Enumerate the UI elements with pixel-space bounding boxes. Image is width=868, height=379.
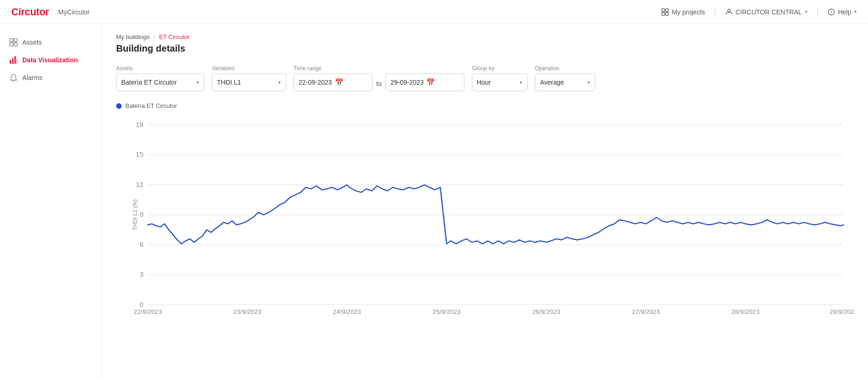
date-from-value: 22-09-2023 — [299, 79, 332, 86]
svg-text:6: 6 — [140, 241, 144, 248]
svg-rect-1 — [666, 9, 668, 12]
time-range-label: Time range — [294, 65, 464, 72]
nav-right: My projects | CIRCUTOR CENTRAL ▾ | ? Hel… — [661, 8, 857, 16]
calendar-from-icon: 📅 — [335, 78, 344, 86]
help-link[interactable]: ? Help ▾ — [828, 8, 857, 16]
nav-divider2: | — [817, 8, 819, 16]
nav-divider: | — [714, 8, 716, 16]
my-projects-link[interactable]: My projects — [661, 8, 705, 16]
svg-text:22/9/2023: 22/9/2023 — [134, 308, 162, 315]
to-label: to — [376, 80, 382, 87]
assets-select[interactable]: Batería ET Circutor ▾ — [116, 73, 204, 91]
svg-rect-12 — [12, 58, 13, 64]
operation-filter-group: Operation Average ▾ — [535, 65, 595, 91]
assets-filter-group: Assets Batería ET Circutor ▾ — [116, 65, 204, 91]
svg-text:15: 15 — [136, 151, 144, 159]
operation-value: Average — [540, 79, 564, 86]
group-by-value: Hour — [477, 79, 491, 86]
account-chevron: ▾ — [805, 9, 808, 15]
chart-legend: Batería ET Circutor — [116, 102, 854, 109]
svg-text:12: 12 — [136, 181, 144, 188]
date-range: 22-09-2023 📅 to 29-09-2023 📅 — [294, 73, 464, 91]
logo-text: Circutor — [11, 6, 49, 18]
svg-rect-7 — [10, 39, 13, 42]
svg-text:0: 0 — [140, 301, 144, 308]
logo[interactable]: Circutor — [11, 6, 49, 18]
variables-select-chevron: ▾ — [278, 80, 281, 86]
date-to-value: 29-09-2023 — [391, 79, 424, 86]
breadcrumb-separator: - — [153, 33, 155, 40]
variables-filter-group: Variables THDI L1 ▾ — [212, 65, 286, 91]
legend-dot — [116, 103, 122, 109]
date-from-input[interactable]: 22-09-2023 📅 — [294, 73, 372, 91]
svg-text:24/9/2023: 24/9/2023 — [333, 308, 361, 315]
svg-text:18: 18 — [136, 121, 144, 128]
svg-rect-14 — [17, 59, 17, 64]
assets-select-value: Batería ET Circutor — [121, 79, 177, 86]
variables-select[interactable]: THDI L1 ▾ — [212, 73, 286, 91]
svg-text:28/9/2023: 28/9/2023 — [731, 308, 760, 315]
variables-select-value: THDI L1 — [217, 79, 241, 86]
sidebar-label-assets: Assets — [22, 39, 42, 46]
chart-container: Batería ET Circutor THDI L1 (%) — [116, 102, 854, 315]
legend-label: Batería ET Circutor — [125, 102, 177, 109]
svg-text:26/9/2023: 26/9/2023 — [532, 308, 561, 315]
sidebar: Assets Data Visualization Alarms — [0, 24, 102, 379]
sidebar-label-alarms: Alarms — [22, 74, 43, 81]
assets-select-chevron: ▾ — [196, 80, 199, 86]
variables-filter-label: Variables — [212, 65, 286, 72]
operation-label: Operation — [535, 65, 595, 72]
chart-line — [148, 185, 843, 244]
projects-icon — [661, 8, 669, 16]
calendar-to-icon: 📅 — [426, 78, 435, 86]
svg-text:3: 3 — [140, 271, 144, 279]
operation-chevron: ▾ — [587, 80, 590, 86]
app-name: MyCircutor — [59, 8, 90, 16]
y-axis-label: THDI L1 (%) — [132, 199, 138, 231]
account-link[interactable]: CIRCUTOR CENTRAL ▾ — [725, 8, 808, 16]
breadcrumb: My buildings - ET Circutor — [116, 33, 854, 40]
page-title: Building details — [116, 43, 854, 54]
group-by-chevron: ▾ — [520, 80, 522, 86]
operation-select[interactable]: Average ▾ — [535, 73, 595, 91]
sidebar-item-assets[interactable]: Assets — [0, 33, 102, 51]
svg-rect-0 — [662, 9, 665, 12]
svg-rect-13 — [14, 56, 16, 64]
help-icon: ? — [828, 8, 835, 16]
account-icon — [725, 8, 733, 16]
top-nav: Circutor MyCircutor My projects | CIRCUT… — [0, 0, 868, 24]
sidebar-item-alarms[interactable]: Alarms — [0, 69, 102, 86]
main-content: My buildings - ET Circutor Building deta… — [102, 24, 868, 379]
svg-text:23/9/2023: 23/9/2023 — [233, 308, 261, 315]
sidebar-label-data-viz: Data Visualization — [22, 56, 78, 64]
breadcrumb-current: ET Circutor — [159, 33, 190, 40]
svg-point-4 — [728, 9, 731, 12]
nav-left: Circutor MyCircutor — [11, 6, 90, 18]
date-to-input[interactable]: 29-09-2023 📅 — [385, 73, 464, 91]
sidebar-item-data-visualization[interactable]: Data Visualization — [0, 51, 102, 69]
chart-wrap: THDI L1 (%) 0 3 — [116, 115, 854, 315]
svg-rect-10 — [14, 43, 17, 46]
page-body: Assets Data Visualization Alarms My buil… — [0, 24, 868, 379]
bell-icon — [9, 73, 18, 82]
help-chevron: ▾ — [854, 9, 857, 15]
breadcrumb-parent[interactable]: My buildings — [116, 33, 150, 40]
group-by-select[interactable]: Hour ▾ — [472, 73, 528, 91]
svg-rect-9 — [10, 43, 13, 46]
svg-text:27/9/2023: 27/9/2023 — [632, 308, 660, 315]
chart-svg: 0 3 6 9 12 15 18 22/9/2023 23/9/2023 24/… — [116, 115, 854, 315]
chart-icon — [9, 56, 18, 64]
time-range-filter-group: Time range 22-09-2023 📅 to 29-09-2023 📅 — [294, 65, 464, 91]
svg-rect-3 — [666, 13, 668, 15]
svg-rect-11 — [10, 60, 11, 64]
svg-text:25/9/2023: 25/9/2023 — [432, 308, 461, 315]
filter-bar: Assets Batería ET Circutor ▾ Variables T… — [116, 65, 854, 91]
grid-icon — [9, 38, 18, 47]
svg-text:29/9/2023: 29/9/2023 — [829, 308, 854, 315]
group-by-filter-group: Group by Hour ▾ — [472, 65, 528, 91]
svg-rect-8 — [14, 39, 17, 42]
svg-text:?: ? — [830, 10, 833, 15]
svg-rect-2 — [662, 13, 665, 15]
group-by-label: Group by — [472, 65, 528, 72]
assets-filter-label: Assets — [116, 65, 204, 72]
